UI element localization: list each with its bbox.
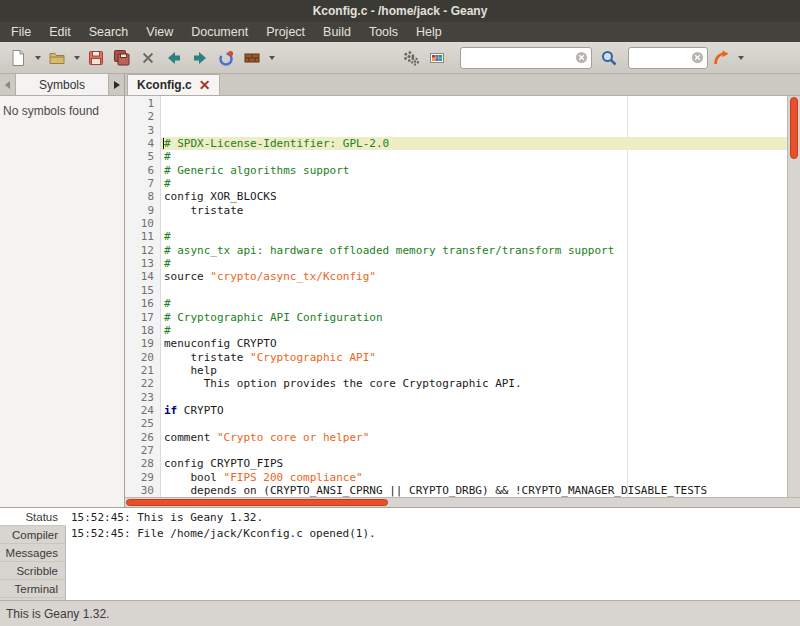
panel-tab-messages[interactable]: Messages bbox=[0, 544, 65, 562]
code-line[interactable]: help bbox=[161, 364, 787, 377]
panel-tab-status[interactable]: Status bbox=[0, 508, 66, 526]
code-line[interactable]: if CRYPTO bbox=[161, 404, 787, 417]
line-number[interactable]: 22 bbox=[125, 377, 154, 390]
line-number[interactable]: 4 bbox=[125, 137, 154, 150]
open-file-dropdown[interactable] bbox=[70, 45, 83, 71]
code-line[interactable]: comment "Crypto core or helper" bbox=[161, 431, 787, 444]
color-chooser-button[interactable] bbox=[424, 45, 450, 71]
panel-tab-compiler[interactable]: Compiler bbox=[0, 526, 65, 544]
line-number[interactable]: 2 bbox=[125, 110, 154, 123]
vertical-scrollbar-thumb[interactable] bbox=[790, 97, 798, 159]
code-line[interactable]: # bbox=[161, 324, 787, 337]
line-number[interactable]: 7 bbox=[125, 177, 154, 190]
panel-tab-terminal[interactable]: Terminal bbox=[0, 580, 65, 598]
line-number[interactable]: 16 bbox=[125, 297, 154, 310]
sidebar-tab-scroll-left[interactable] bbox=[0, 74, 15, 95]
line-number[interactable]: 1 bbox=[125, 97, 154, 110]
titlebar[interactable]: Kconfig.c - /home/jack - Geany bbox=[0, 0, 800, 22]
new-file-button[interactable] bbox=[5, 45, 31, 71]
line-number[interactable]: 25 bbox=[125, 417, 154, 430]
code-line[interactable]: depends on (CRYPTO_ANSI_CPRNG || CRYPTO_… bbox=[161, 484, 787, 497]
code-line[interactable]: # bbox=[161, 177, 787, 190]
line-number[interactable]: 8 bbox=[125, 190, 154, 203]
build-button[interactable] bbox=[239, 45, 265, 71]
menu-item-project[interactable]: Project bbox=[257, 22, 314, 42]
code-line[interactable]: # bbox=[161, 230, 787, 243]
line-number[interactable]: 9 bbox=[125, 204, 154, 217]
clear-goto-icon[interactable] bbox=[691, 51, 704, 64]
line-number[interactable]: 26 bbox=[125, 431, 154, 444]
tab-close-icon[interactable]: ✕ bbox=[199, 78, 211, 92]
sidebar-tab-scroll-right[interactable] bbox=[109, 74, 124, 95]
code-line[interactable]: # async_tx api: hardware offloaded memor… bbox=[161, 244, 787, 257]
document-tab[interactable]: Kconfig.c ✕ bbox=[127, 74, 220, 95]
sidebar-tab-symbols[interactable]: Symbols bbox=[15, 74, 109, 95]
line-number[interactable]: 6 bbox=[125, 164, 154, 177]
code-line[interactable]: # Cryptographic API Configuration bbox=[161, 311, 787, 324]
line-number[interactable]: 30 bbox=[125, 484, 154, 497]
line-number[interactable]: 17 bbox=[125, 311, 154, 324]
panel-tab-scribble[interactable]: Scribble bbox=[0, 562, 65, 580]
navigate-forward-button[interactable] bbox=[187, 45, 213, 71]
vertical-scrollbar[interactable] bbox=[787, 96, 800, 497]
code-line[interactable]: # bbox=[161, 257, 787, 270]
line-number[interactable]: 15 bbox=[125, 284, 154, 297]
horizontal-scrollbar-thumb[interactable] bbox=[126, 499, 388, 506]
search-input[interactable] bbox=[466, 51, 575, 65]
line-number[interactable]: 28 bbox=[125, 457, 154, 470]
line-number[interactable]: 13 bbox=[125, 257, 154, 270]
menu-item-search[interactable]: Search bbox=[80, 22, 138, 42]
jump-to-button[interactable] bbox=[708, 45, 734, 71]
code-line[interactable] bbox=[161, 284, 787, 297]
code-line[interactable]: config CRYPTO_FIPS bbox=[161, 457, 787, 470]
code-line[interactable]: # bbox=[161, 150, 787, 163]
menu-item-view[interactable]: View bbox=[137, 22, 182, 42]
compile-button[interactable] bbox=[213, 45, 239, 71]
code-line[interactable]: tristate "Cryptographic API" bbox=[161, 351, 787, 364]
code-line[interactable]: source "crypto/async_tx/Kconfig" bbox=[161, 270, 787, 283]
code-line[interactable]: config XOR_BLOCKS bbox=[161, 190, 787, 203]
goto-line-input[interactable] bbox=[634, 51, 691, 65]
code-area[interactable]: # SPDX-License-Identifier: GPL-2.0## Gen… bbox=[161, 96, 787, 497]
line-number[interactable]: 23 bbox=[125, 391, 154, 404]
find-button[interactable] bbox=[596, 45, 622, 71]
more-tools-dropdown[interactable] bbox=[734, 45, 747, 71]
menu-item-help[interactable]: Help bbox=[407, 22, 451, 42]
menu-item-tools[interactable]: Tools bbox=[360, 22, 407, 42]
code-line[interactable]: bool "FIPS 200 compliance" bbox=[161, 471, 787, 484]
horizontal-scrollbar[interactable] bbox=[125, 497, 800, 507]
close-document-button[interactable] bbox=[135, 45, 161, 71]
clear-search-icon[interactable] bbox=[575, 51, 588, 64]
line-number[interactable]: 3 bbox=[125, 124, 154, 137]
code-line[interactable]: menuconfig CRYPTO bbox=[161, 337, 787, 350]
code-line[interactable] bbox=[161, 391, 787, 404]
navigate-back-button[interactable] bbox=[161, 45, 187, 71]
line-number[interactable]: 27 bbox=[125, 444, 154, 457]
code-line[interactable] bbox=[161, 217, 787, 230]
line-number[interactable]: 19 bbox=[125, 337, 154, 350]
code-line[interactable] bbox=[161, 444, 787, 457]
line-number[interactable]: 21 bbox=[125, 364, 154, 377]
line-number[interactable]: 20 bbox=[125, 351, 154, 364]
code-line[interactable]: tristate bbox=[161, 204, 787, 217]
code-line[interactable]: # bbox=[161, 297, 787, 310]
line-number[interactable]: 14 bbox=[125, 270, 154, 283]
new-file-dropdown[interactable] bbox=[31, 45, 44, 71]
code-line[interactable]: This option provides the core Cryptograp… bbox=[161, 377, 787, 390]
menu-item-document[interactable]: Document bbox=[182, 22, 257, 42]
code-line[interactable] bbox=[161, 417, 787, 430]
run-button[interactable] bbox=[398, 45, 424, 71]
build-dropdown[interactable] bbox=[265, 45, 278, 71]
code-line[interactable]: # Generic algorithms support bbox=[161, 164, 787, 177]
line-number[interactable]: 12 bbox=[125, 244, 154, 257]
save-button[interactable] bbox=[83, 45, 109, 71]
line-number[interactable]: 11 bbox=[125, 230, 154, 243]
menu-item-file[interactable]: File bbox=[2, 22, 40, 42]
save-all-button[interactable] bbox=[109, 45, 135, 71]
line-number[interactable]: 18 bbox=[125, 324, 154, 337]
open-file-button[interactable] bbox=[44, 45, 70, 71]
line-number[interactable]: 10 bbox=[125, 217, 154, 230]
menu-item-edit[interactable]: Edit bbox=[40, 22, 80, 42]
line-number[interactable]: 24 bbox=[125, 404, 154, 417]
code-line[interactable]: # SPDX-License-Identifier: GPL-2.0 bbox=[161, 137, 787, 150]
